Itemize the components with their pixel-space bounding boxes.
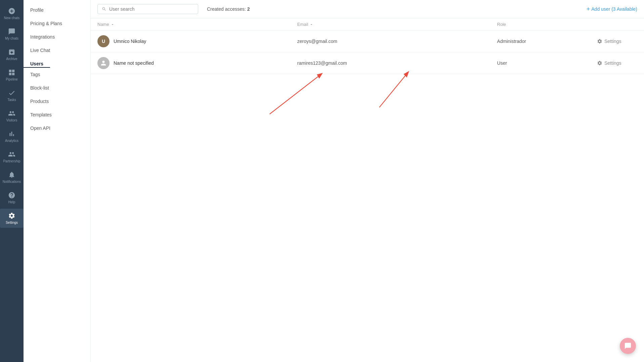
pipeline-icon xyxy=(8,69,15,76)
sidebar-item-tasks[interactable]: Tasks xyxy=(0,86,24,105)
user-email-2: ramires123@gmail.com xyxy=(297,60,497,66)
secondary-nav: Profile Pricing & Plans Integrations Liv… xyxy=(24,0,91,362)
nav-item-integrations[interactable]: Integrations xyxy=(24,30,90,44)
table-header: Name Email Role xyxy=(91,18,644,31)
sort-icon xyxy=(111,22,115,27)
main-content: Created accesses: 2 + Add user (3 Availa… xyxy=(91,0,644,362)
sidebar-item-settings-label: Settings xyxy=(6,221,18,224)
chat-icon xyxy=(8,28,15,35)
sidebar-item-help[interactable]: Help xyxy=(0,188,24,207)
sidebar-item-pipeline-label: Pipeline xyxy=(6,77,18,81)
column-header-actions xyxy=(597,22,637,27)
sidebar-item-partnership[interactable]: Partnership xyxy=(0,147,24,166)
column-header-email[interactable]: Email xyxy=(297,22,497,27)
nav-item-pricing[interactable]: Pricing & Plans xyxy=(24,17,90,30)
new-chat-icon xyxy=(8,7,15,15)
gear-icon xyxy=(597,39,602,44)
sidebar-item-analytics[interactable]: Analytics xyxy=(0,127,24,146)
partnership-icon xyxy=(8,151,15,158)
sidebar-item-visitors[interactable]: Visitors xyxy=(0,106,24,125)
archive-icon xyxy=(8,48,15,56)
sidebar-item-my-chats[interactable]: My chats xyxy=(0,24,24,44)
chat-bubble-icon xyxy=(624,342,632,350)
user-email-1: zeroys@gmail.com xyxy=(297,39,497,44)
notifications-icon xyxy=(8,171,15,178)
user-cell-1: U Umnico Nikolay xyxy=(97,35,297,47)
user-role-2: User xyxy=(497,60,597,66)
avatar-user-2 xyxy=(97,57,110,69)
search-box[interactable] xyxy=(97,4,198,14)
table-row: U Umnico Nikolay zeroys@gmail.com Admini… xyxy=(91,31,644,52)
column-header-role: Role xyxy=(497,22,597,27)
nav-item-block-list[interactable]: Block-list xyxy=(24,81,90,95)
nav-item-live-chat[interactable]: Live Chat xyxy=(24,44,90,57)
person-icon xyxy=(100,59,107,67)
search-icon xyxy=(102,7,106,11)
sidebar-item-new-chats-label: New chats xyxy=(4,16,20,20)
tasks-icon xyxy=(8,89,15,97)
column-header-name[interactable]: Name xyxy=(97,22,297,27)
help-icon xyxy=(8,192,15,199)
user-cell-2: Name not specified xyxy=(97,57,297,69)
sidebar-item-settings[interactable]: Settings xyxy=(0,209,24,228)
sort-icon xyxy=(309,22,313,27)
add-user-button[interactable]: + Add user (3 Available) xyxy=(587,6,637,13)
analytics-icon xyxy=(8,130,15,138)
sidebar-item-notifications[interactable]: Notifications xyxy=(0,168,24,187)
nav-item-users[interactable]: Users xyxy=(24,57,50,68)
users-table: Name Email Role U Umnico Nikolay zeroys@… xyxy=(91,18,644,362)
user-settings-1[interactable]: Settings xyxy=(597,39,637,44)
sidebar-item-notifications-label: Notifications xyxy=(3,180,21,184)
nav-item-open-api[interactable]: Open API xyxy=(24,121,90,135)
search-input[interactable] xyxy=(109,6,194,12)
created-accesses-label: Created accesses: 2 xyxy=(207,6,250,12)
nav-item-tags[interactable]: Tags xyxy=(24,68,90,81)
floating-chat-button[interactable] xyxy=(620,338,636,354)
avatar-user-1: U xyxy=(97,35,110,47)
user-role-1: Administrador xyxy=(497,39,597,44)
svg-line-2 xyxy=(270,74,322,114)
sidebar-item-archive[interactable]: Archive xyxy=(0,45,24,64)
toolbar: Created accesses: 2 + Add user (3 Availa… xyxy=(91,0,644,18)
sidebar-item-archive-label: Archive xyxy=(6,57,17,61)
svg-line-3 xyxy=(379,72,408,107)
visitors-icon xyxy=(8,110,15,117)
user-name-1: Umnico Nikolay xyxy=(114,39,146,44)
nav-item-products[interactable]: Products xyxy=(24,95,90,108)
nav-item-templates[interactable]: Templates xyxy=(24,108,90,121)
settings-icon xyxy=(8,212,15,219)
sidebar-item-tasks-label: Tasks xyxy=(7,98,16,102)
gear-icon xyxy=(597,60,602,66)
sidebar-item-pipeline[interactable]: Pipeline xyxy=(0,65,24,85)
sidebar-item-help-label: Help xyxy=(8,200,15,204)
nav-item-profile[interactable]: Profile xyxy=(24,3,90,17)
sidebar-item-visitors-label: Visitors xyxy=(6,118,17,122)
sidebar-item-analytics-label: Analytics xyxy=(5,139,18,143)
sidebar-item-new-chats[interactable]: New chats xyxy=(0,4,24,23)
table-row: Name not specified ramires123@gmail.com … xyxy=(91,52,644,74)
user-settings-2[interactable]: Settings xyxy=(597,60,637,66)
user-name-2: Name not specified xyxy=(114,60,154,66)
icon-nav: New chats My chats Archive Pipeline Task… xyxy=(0,0,24,362)
sidebar-item-partnership-label: Partnership xyxy=(3,159,20,163)
sidebar-item-my-chats-label: My chats xyxy=(5,37,18,40)
